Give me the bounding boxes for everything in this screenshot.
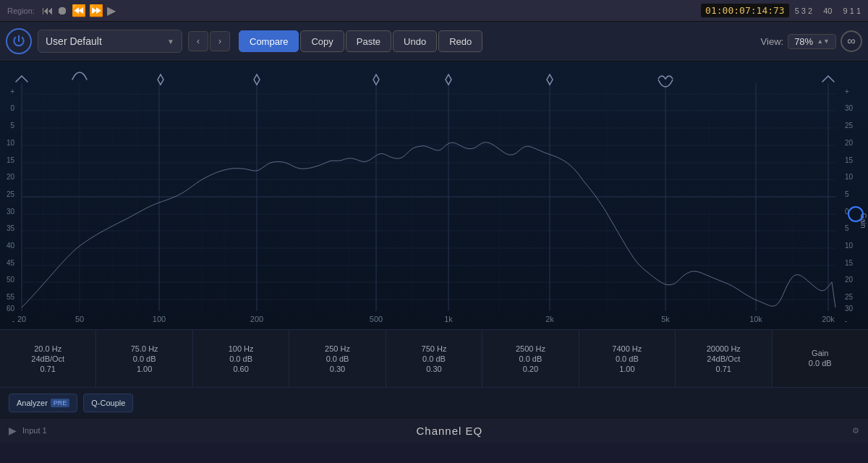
svg-text:10: 10 bbox=[7, 139, 15, 147]
copy-button[interactable]: Copy bbox=[300, 30, 344, 52]
view-percentage[interactable]: 78% ▲▼ bbox=[788, 34, 836, 49]
band-col-3[interactable]: 100 Hz 0.0 dB 0.60 bbox=[193, 330, 289, 387]
band-6-freq: 2500 Hz bbox=[516, 344, 545, 353]
band-8-db: 24dB/Oct bbox=[707, 354, 740, 363]
svg-text:25: 25 bbox=[845, 293, 854, 301]
svg-text:15: 15 bbox=[845, 259, 854, 267]
band-col-2[interactable]: 75.0 Hz 0.0 dB 1.00 bbox=[96, 330, 192, 387]
band-2-db: 0.0 dB bbox=[133, 354, 156, 363]
svg-text:20: 20 bbox=[7, 173, 15, 181]
plugin-name: Channel EQ bbox=[416, 425, 482, 437]
svg-text:25: 25 bbox=[7, 190, 15, 198]
band-col-6[interactable]: 2500 Hz 0.0 dB 0.20 bbox=[482, 330, 579, 387]
band-7-db: 0.0 dB bbox=[616, 354, 639, 363]
band-col-5[interactable]: 750 Hz 0.0 dB 0.30 bbox=[386, 330, 482, 387]
region-label: Region: bbox=[7, 7, 39, 15]
pre-badge: PRE bbox=[51, 399, 70, 407]
band-col-4[interactable]: 250 Hz 0.0 dB 0.30 bbox=[289, 330, 386, 387]
undo-button[interactable]: Undo bbox=[393, 30, 437, 52]
svg-text:200: 200 bbox=[250, 315, 263, 323]
svg-text:15: 15 bbox=[7, 156, 15, 164]
footer-controls: ⚙ bbox=[852, 426, 859, 435]
band-col-8[interactable]: 20000 Hz 24dB/Oct 0.71 bbox=[676, 330, 772, 387]
band-8-freq: 20000 Hz bbox=[707, 344, 741, 353]
band-2-q: 1.00 bbox=[137, 365, 152, 373]
svg-text:1k: 1k bbox=[444, 315, 453, 323]
band-6-db: 0.0 dB bbox=[519, 354, 542, 363]
action-buttons: Compare Copy Paste Undo Redo bbox=[239, 30, 482, 52]
transport-icons: ⏮ ⏺ ⏪ ⏩ ▶ bbox=[42, 4, 116, 17]
svg-text:40: 40 bbox=[7, 242, 15, 250]
redo-button[interactable]: Redo bbox=[438, 30, 482, 52]
svg-text:30: 30 bbox=[7, 208, 15, 216]
eq-canvas: 20 50 100 200 500 1k 2k 5k 10k 20k + 0 5… bbox=[0, 61, 868, 329]
band-col-7[interactable]: 7400 Hz 0.0 dB 1.00 bbox=[579, 330, 676, 387]
daw-top-bar: Region: ⏮ ⏺ ⏪ ⏩ ▶ 01:00:07:14:73 5 3 2 4… bbox=[0, 0, 868, 22]
svg-text:2k: 2k bbox=[545, 315, 554, 323]
link-button[interactable]: ∞ bbox=[841, 30, 862, 52]
pct-stepper-icon: ▲▼ bbox=[817, 38, 830, 45]
analyzer-button[interactable]: Analyzer PRE bbox=[9, 394, 77, 412]
svg-text:5k: 5k bbox=[661, 315, 670, 323]
power-button[interactable] bbox=[6, 28, 32, 54]
svg-text:+: + bbox=[10, 88, 14, 95]
gain-value: 0.0 dB bbox=[809, 359, 832, 368]
svg-text:+: + bbox=[845, 88, 849, 95]
eq-display[interactable]: 20 50 100 200 500 1k 2k 5k 10k 20k + 0 5… bbox=[0, 61, 868, 329]
svg-text:5: 5 bbox=[845, 190, 849, 198]
paste-button[interactable]: Paste bbox=[346, 30, 391, 52]
svg-text:0: 0 bbox=[10, 104, 14, 112]
svg-text:55: 55 bbox=[7, 293, 15, 301]
preset-dropdown[interactable]: User Default ▼ bbox=[38, 30, 182, 53]
view-label: View: bbox=[761, 36, 784, 47]
band-3-freq: 100 Hz bbox=[229, 344, 254, 353]
band-1-freq: 20.0 Hz bbox=[34, 344, 61, 353]
band-4-freq: 250 Hz bbox=[325, 344, 350, 353]
plugin-header: User Default ▼ ‹ › Compare Copy Paste Un… bbox=[0, 22, 868, 61]
svg-text:45: 45 bbox=[7, 259, 15, 267]
band-3-q: 0.60 bbox=[233, 365, 248, 373]
q-couple-button[interactable]: Q-Couple bbox=[83, 394, 133, 412]
nav-forward-button[interactable]: › bbox=[210, 31, 230, 51]
footer-right: ⚙ bbox=[852, 426, 859, 436]
compare-button[interactable]: Compare bbox=[239, 30, 299, 52]
band-1-db: 24dB/Oct bbox=[31, 354, 64, 363]
band-7-q: 1.00 bbox=[619, 365, 634, 373]
svg-text:-: - bbox=[12, 317, 14, 325]
svg-text:-: - bbox=[845, 317, 847, 325]
bottom-controls: Analyzer PRE Q-Couple bbox=[0, 387, 868, 417]
band-4-q: 0.30 bbox=[330, 365, 345, 373]
band-8-q: 0.71 bbox=[716, 365, 731, 373]
footer-left: ▶ Input 1 bbox=[9, 425, 47, 436]
svg-text:50: 50 bbox=[7, 276, 15, 284]
svg-text:30: 30 bbox=[845, 305, 854, 313]
view-controls: View: 78% ▲▼ ∞ bbox=[761, 30, 862, 52]
band-2-freq: 75.0 Hz bbox=[131, 344, 158, 353]
daw-right-controls: 01:00:07:14:73 5 3 2 40 9 1 1 bbox=[701, 4, 861, 17]
svg-text:60: 60 bbox=[7, 305, 15, 313]
svg-text:35: 35 bbox=[7, 224, 15, 232]
band-col-1[interactable]: 20.0 Hz 24dB/Oct 0.71 bbox=[0, 330, 96, 387]
gain-col[interactable]: Gain 0.0 dB bbox=[773, 330, 868, 387]
svg-text:10k: 10k bbox=[749, 315, 762, 323]
footer-bar: ▶ Input 1 Channel EQ ⚙ bbox=[0, 417, 868, 443]
band-1-q: 0.71 bbox=[41, 365, 56, 373]
band-7-freq: 7400 Hz bbox=[612, 344, 642, 353]
input-label: Input 1 bbox=[22, 426, 47, 435]
svg-text:20: 20 bbox=[845, 276, 854, 284]
band-5-freq: 750 Hz bbox=[422, 344, 447, 353]
svg-text:20: 20 bbox=[845, 139, 854, 147]
svg-text:5: 5 bbox=[845, 224, 849, 232]
band-controls: 20.0 Hz 24dB/Oct 0.71 75.0 Hz 0.0 dB 1.0… bbox=[0, 329, 868, 387]
link-icon: ∞ bbox=[847, 35, 855, 48]
svg-text:25: 25 bbox=[845, 122, 854, 129]
nav-back-button[interactable]: ‹ bbox=[188, 31, 208, 51]
svg-text:50: 50 bbox=[75, 315, 84, 323]
svg-text:30: 30 bbox=[845, 104, 854, 112]
svg-text:15: 15 bbox=[845, 156, 854, 164]
svg-text:20k: 20k bbox=[822, 315, 835, 323]
band-6-q: 0.20 bbox=[523, 365, 538, 373]
band-4-db: 0.0 dB bbox=[326, 354, 349, 363]
dropdown-arrow-icon: ▼ bbox=[167, 38, 174, 46]
svg-text:100: 100 bbox=[153, 315, 166, 323]
